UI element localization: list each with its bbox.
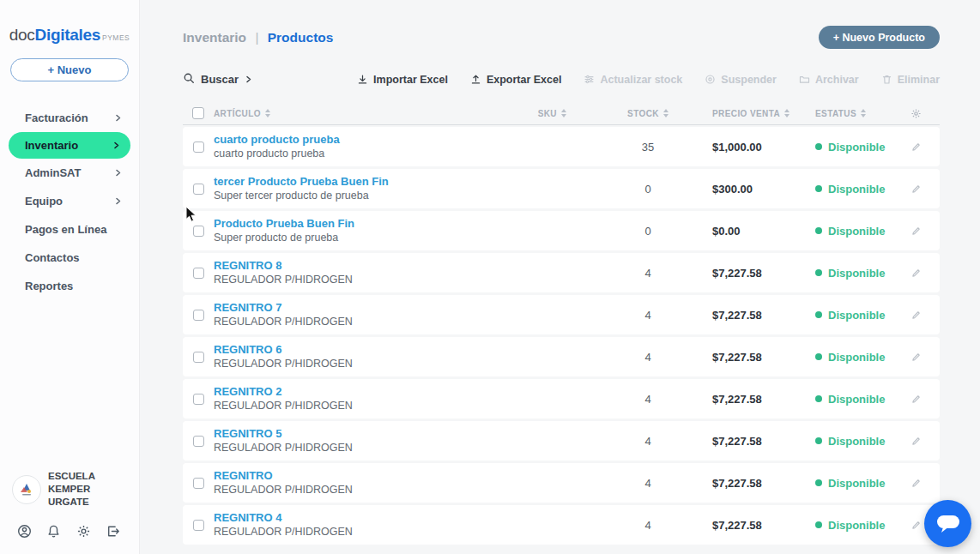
column-articulo[interactable]: ARTÍCULO [214, 109, 481, 118]
product-cell: REGNITROREGULADOR P/HIDROGEN [214, 468, 481, 497]
toolbar-button-label: Eliminar [898, 74, 940, 86]
status-label: Disponible [828, 393, 885, 406]
product-cell: REGNITRO 6REGULADOR P/HIDROGEN [214, 342, 481, 371]
edit-icon[interactable] [892, 310, 940, 321]
sliders-icon [584, 74, 595, 85]
status-label: Disponible [828, 477, 885, 490]
product-name-link[interactable]: REGNITRO [214, 468, 472, 484]
product-name-link[interactable]: Producto Prueba Buen Fin [214, 216, 472, 232]
edit-icon[interactable] [892, 142, 940, 153]
row-checkbox[interactable] [193, 268, 204, 279]
table-row: REGNITRO 2REGULADOR P/HIDROGEN4$7,227.58… [183, 379, 940, 419]
edit-icon[interactable] [892, 394, 940, 405]
sidebar-item-reportes[interactable]: Reportes [0, 272, 139, 300]
row-checkbox[interactable] [193, 520, 204, 531]
row-checkbox[interactable] [193, 436, 204, 447]
products-table: ARTÍCULO SKU STOCK PRECIO VENTA ESTATUS [183, 102, 940, 545]
sidebar-item-adminsat[interactable]: AdminSAT [0, 159, 139, 187]
sidebar-item-pagos-en-linea[interactable]: Pagos en Línea [0, 215, 139, 244]
table-row: cuarto producto pruebacuarto producto pr… [183, 127, 940, 166]
price-cell: $7,227.58 [695, 435, 798, 448]
table-row: REGNITRO 6REGULADOR P/HIDROGEN4$7,227.58… [183, 337, 940, 376]
breadcrumb-parent[interactable]: Inventario [183, 30, 246, 45]
new-product-button[interactable]: + Nuevo Producto [819, 26, 940, 49]
product-name-link[interactable]: REGNITRO 6 [214, 342, 472, 358]
app-window: docDigitalesPYMES + Nuevo Facturación In… [0, 0, 980, 554]
account-icon[interactable] [17, 524, 32, 539]
sidebar-item-facturacion[interactable]: Facturación [0, 104, 139, 132]
column-sku[interactable]: SKU [481, 109, 601, 118]
toolbar-button-exportar-excel[interactable]: Exportar Excel [470, 74, 562, 86]
toolbar-button-importar-excel[interactable]: Importar Excel [357, 74, 448, 86]
status-badge: Disponible [798, 435, 892, 448]
product-description: REGULADOR P/HIDROGEN [214, 357, 472, 371]
table-settings-gear-icon[interactable] [892, 108, 940, 119]
sidebar-item-inventario[interactable]: Inventario [9, 132, 130, 159]
status-label: Disponible [828, 267, 885, 280]
sort-icon [784, 109, 789, 117]
product-name-link[interactable]: cuarto producto prueba [214, 132, 472, 148]
table-row: REGNITRO 5REGULADOR P/HIDROGEN4$7,227.58… [183, 421, 940, 461]
table-body: cuarto producto pruebacuarto producto pr… [183, 127, 940, 545]
price-cell: $7,227.58 [695, 267, 798, 280]
product-description: Super tercer producto de prueba [214, 189, 472, 203]
row-checkbox[interactable] [193, 394, 204, 405]
sidebar-item-contactos[interactable]: Contactos [0, 244, 139, 272]
row-checkbox[interactable] [193, 478, 204, 489]
table-row: REGNITRO 4REGULADOR P/HIDROGEN4$7,227.58… [183, 505, 940, 545]
chevron-right-icon [112, 142, 120, 149]
product-name-link[interactable]: REGNITRO 2 [214, 384, 472, 400]
status-dot-icon [815, 185, 822, 192]
status-label: Disponible [828, 183, 885, 196]
main-content: Inventario | Productos + Nuevo Producto … [140, 0, 980, 554]
status-label: Disponible [828, 519, 885, 532]
row-checkbox[interactable] [193, 352, 204, 363]
column-stock[interactable]: STOCK [601, 109, 695, 118]
product-description: REGULADOR P/HIDROGEN [214, 273, 472, 287]
status-badge: Disponible [798, 519, 892, 532]
search-toggle[interactable]: Buscar [183, 72, 252, 87]
edit-icon[interactable] [892, 268, 940, 279]
toolbar-button-suspender: Suspender [705, 74, 777, 86]
status-label: Disponible [828, 225, 885, 238]
status-badge: Disponible [798, 225, 892, 238]
status-badge: Disponible [798, 141, 892, 154]
gear-icon[interactable] [76, 524, 91, 539]
edit-icon[interactable] [892, 478, 940, 489]
stock-cell: 4 [601, 393, 695, 406]
product-name-link[interactable]: REGNITRO 4 [214, 510, 472, 526]
column-estatus[interactable]: ESTATUS [798, 109, 892, 118]
stock-cell: 35 [601, 141, 695, 154]
chat-bubble-button[interactable] [924, 500, 971, 547]
select-all-checkbox[interactable] [192, 107, 204, 119]
sidebar-item-label: AdminSAT [25, 166, 81, 179]
user-profile[interactable]: ESCUELA KEMPER URGATE [0, 470, 139, 524]
search-icon [183, 72, 195, 87]
sidebar-item-equipo[interactable]: Equipo [0, 187, 139, 215]
bell-icon[interactable] [46, 524, 61, 539]
row-checkbox[interactable] [193, 310, 204, 321]
toolbar-button-label: Exportar Excel [487, 74, 562, 86]
status-dot-icon [815, 311, 822, 318]
product-cell: Producto Prueba Buen FinSuper producto d… [214, 216, 481, 245]
logout-icon[interactable] [106, 524, 120, 539]
price-cell: $300.00 [695, 183, 798, 196]
product-name-link[interactable]: REGNITRO 7 [214, 300, 472, 316]
product-name-link[interactable]: tercer Producto Prueba Buen Fin [214, 174, 472, 190]
edit-icon[interactable] [892, 184, 940, 195]
edit-icon[interactable] [892, 352, 940, 363]
status-dot-icon [815, 269, 822, 276]
column-precio-venta[interactable]: PRECIO VENTA [695, 109, 798, 118]
product-name-link[interactable]: REGNITRO 8 [214, 258, 472, 274]
new-button[interactable]: + Nuevo [10, 58, 129, 81]
avatar [12, 475, 41, 504]
status-dot-icon [815, 437, 822, 444]
row-checkbox[interactable] [193, 184, 204, 195]
product-description: Super producto de prueba [214, 231, 472, 245]
row-checkbox[interactable] [193, 142, 204, 153]
product-name-link[interactable]: REGNITRO 5 [214, 426, 472, 442]
row-checkbox[interactable] [193, 226, 204, 237]
edit-icon[interactable] [892, 436, 940, 447]
edit-icon[interactable] [892, 226, 940, 237]
sort-icon [861, 109, 866, 117]
